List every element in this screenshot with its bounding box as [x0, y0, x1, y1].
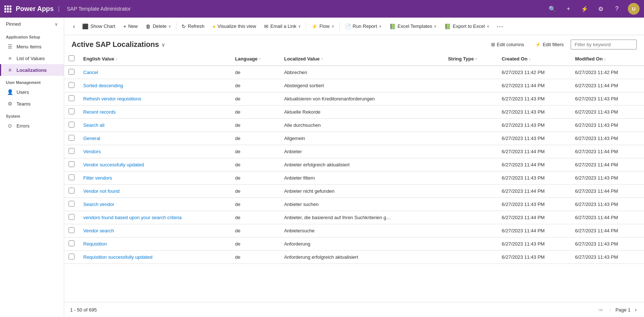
sidebar-item-errors[interactable]: ⊙ Errors — [0, 120, 64, 132]
col-localized-value[interactable]: Localized Value ↑ — [280, 52, 444, 66]
row-checkbox[interactable] — [69, 135, 74, 141]
new-icon: + — [123, 23, 126, 29]
sidebar-item-localizations[interactable]: ≡ Localizations — [0, 64, 64, 76]
row-checkbox[interactable] — [69, 122, 74, 128]
cell-english-value: General — [79, 132, 231, 145]
show-chart-button[interactable]: ⬛ Show Chart — [78, 21, 119, 32]
row-checkbox[interactable] — [69, 174, 74, 180]
new-button[interactable]: + New — [120, 21, 141, 32]
export-excel-button[interactable]: 📗 Export to Excel ∨ — [441, 21, 493, 32]
row-checkbox[interactable] — [69, 161, 74, 167]
row-checkbox[interactable] — [69, 227, 74, 233]
english-value-link[interactable]: vendors found based upon your search cri… — [83, 215, 182, 220]
add-icon[interactable]: + — [563, 4, 574, 14]
visualize-button[interactable]: ● Visualize this view — [209, 21, 260, 32]
sidebar-item-users[interactable]: 👤 Users — [0, 86, 64, 98]
english-value-link[interactable]: Filter vendors — [83, 175, 112, 181]
row-checkbox[interactable] — [69, 82, 74, 88]
english-value-link[interactable]: Sorted descending — [83, 83, 123, 88]
col-created-on[interactable]: Created On ↓ — [497, 52, 571, 66]
table-row: Vendor search de Anbietersuche 6/27/2023… — [64, 224, 644, 237]
row-checkbox[interactable] — [69, 108, 74, 114]
settings-icon[interactable]: ⚙ — [596, 4, 606, 14]
cell-localized-value: Anbieter suchen — [280, 198, 444, 211]
row-checkbox-cell — [64, 106, 79, 119]
refresh-button[interactable]: ↻ Refresh — [178, 21, 208, 32]
excel-templates-button[interactable]: 📗 Excel Templates ∨ — [386, 21, 440, 32]
edit-filters-button[interactable]: ⚡ Edit filters — [531, 40, 568, 49]
select-all-checkbox[interactable] — [69, 55, 74, 61]
english-value-link[interactable]: Recent records — [83, 109, 116, 115]
cell-created-on: 6/27/2023 11:43 PM — [497, 172, 571, 185]
section-label-app-setup: Application Setup — [0, 30, 64, 41]
sidebar-item-list-of-values[interactable]: ≡ List of Values — [0, 52, 64, 64]
col-language[interactable]: Language ↑ — [231, 52, 280, 66]
cell-modified-on: 6/27/2023 11:43 PM — [571, 237, 644, 251]
pinned-row[interactable]: Pinned ∨ — [0, 18, 64, 30]
cell-modified-on: 6/27/2023 11:43 PM — [571, 119, 644, 132]
row-checkbox-cell — [64, 198, 79, 211]
cell-created-on: 6/27/2023 11:44 PM — [497, 185, 571, 198]
row-checkbox[interactable] — [69, 95, 74, 101]
search-icon[interactable]: 🔍 — [547, 4, 557, 14]
row-checkbox-cell — [64, 158, 79, 172]
row-checkbox[interactable] — [69, 69, 74, 75]
english-value-link[interactable]: Refresh vendor requisitions — [83, 96, 141, 102]
cell-string-type — [443, 158, 497, 172]
sort-modified-on-icon: ↓ — [604, 57, 606, 61]
cell-localized-value: Aktualisieren von Kreditorenanforderunge… — [280, 92, 444, 106]
cell-created-on: 6/27/2023 11:43 PM — [497, 132, 571, 145]
english-value-link[interactable]: Search all — [83, 122, 105, 128]
help-icon[interactable]: ? — [612, 4, 622, 14]
english-value-link[interactable]: Search vendor — [83, 202, 114, 207]
sort-language-icon: ↑ — [259, 57, 261, 61]
row-checkbox[interactable] — [69, 254, 74, 259]
english-value-link[interactable]: Cancel — [83, 70, 98, 75]
sort-string-type-icon: ↕ — [475, 57, 477, 61]
col-modified-on[interactable]: Modified On ↓ — [571, 52, 644, 66]
back-button[interactable]: ‹ — [70, 22, 78, 31]
view-title-chevron-icon[interactable]: ∨ — [161, 42, 165, 48]
filter-keyword-input[interactable] — [571, 40, 637, 49]
row-checkbox[interactable] — [69, 201, 74, 207]
avatar[interactable]: U — [628, 3, 640, 15]
col-string-type[interactable]: String Type ↕ — [443, 52, 497, 66]
english-value-link[interactable]: Vendor successfully updated — [83, 162, 144, 167]
cell-string-type — [443, 198, 497, 211]
sidebar-item-menu-items[interactable]: ☰ Menu Items — [0, 41, 64, 52]
table-row: Search vendor de Anbieter suchen 6/27/20… — [64, 198, 644, 211]
row-checkbox[interactable] — [69, 188, 74, 193]
first-page-button[interactable]: ⏮ — [597, 305, 605, 314]
table-row: Vendor successfully updated de Anbieter … — [64, 158, 644, 172]
cell-language: de — [231, 106, 280, 119]
sidebar-item-teams[interactable]: ⚙ Teams — [0, 98, 64, 110]
english-value-link[interactable]: Vendors — [83, 149, 101, 154]
english-value-link[interactable]: Vendor search — [83, 228, 114, 233]
edit-columns-button[interactable]: ⊞ Edit columns — [487, 40, 528, 49]
row-checkbox[interactable] — [69, 240, 74, 246]
run-report-button[interactable]: 📄 Run Report ∨ — [341, 21, 385, 32]
row-checkbox[interactable] — [69, 148, 74, 154]
filter-icon[interactable]: ⚡ — [579, 4, 590, 14]
row-checkbox-cell — [64, 66, 79, 79]
more-button[interactable]: ⋯ — [494, 21, 506, 32]
english-value-link[interactable]: General — [83, 136, 100, 141]
prev-page-button[interactable]: ‹ — [608, 305, 612, 314]
flow-button[interactable]: ⚡ Flow ∨ — [308, 21, 337, 32]
english-value-link[interactable]: Requisition — [83, 241, 107, 247]
next-page-button[interactable]: › — [633, 305, 638, 314]
row-checkbox[interactable] — [69, 214, 74, 220]
table-row: Search all de Alle durchsuchen 6/27/2023… — [64, 119, 644, 132]
menu-items-icon: ☰ — [7, 44, 13, 49]
col-english-value[interactable]: English Value ↓ — [79, 52, 231, 66]
delete-button[interactable]: 🗑 Delete ∨ — [142, 21, 175, 32]
cell-string-type — [443, 251, 497, 264]
cell-english-value: Vendor search — [79, 224, 231, 237]
pagination: ⏮ ‹ Page 1 › — [597, 305, 638, 314]
app-grid-button[interactable] — [4, 5, 11, 12]
section-label-system: System — [0, 110, 64, 120]
sort-created-on-icon: ↓ — [529, 57, 531, 61]
english-value-link[interactable]: Vendor not found — [83, 188, 120, 194]
english-value-link[interactable]: Requisition successfully updated — [83, 254, 153, 260]
email-link-button[interactable]: ✉ Email a Link ∨ — [260, 21, 304, 32]
